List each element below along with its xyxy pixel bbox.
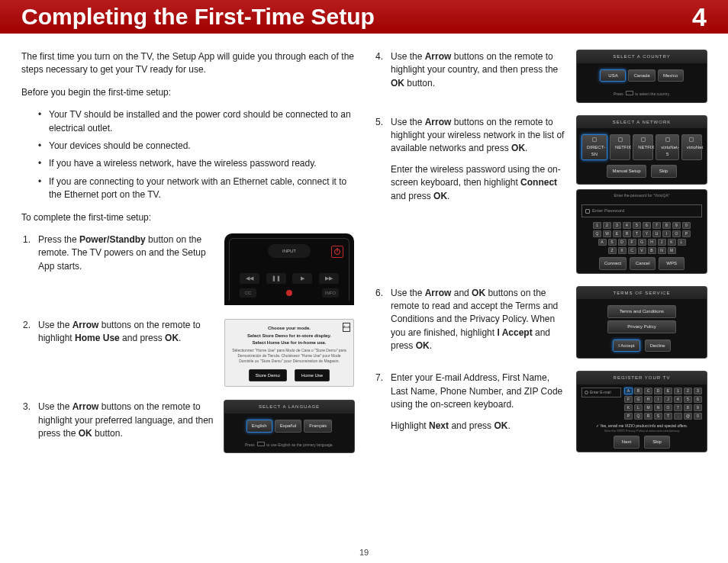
bold: Home Use [75, 333, 120, 343]
cc-button: CC [240, 288, 256, 298]
text: Use the [391, 51, 425, 62]
screen-title: SELECT A LANGUAGE [224, 401, 354, 413]
bold: OK [165, 333, 179, 343]
lock-icon [592, 137, 597, 142]
intro-paragraph: The first time you turn on the TV, the S… [21, 50, 354, 77]
chapter-number: 4 [692, 2, 707, 32]
text: Use the [391, 117, 425, 127]
rewind-icon: ◀◀ [240, 273, 259, 284]
keyboard-key: D [618, 239, 627, 246]
lock-icon [665, 137, 670, 142]
screen-title: REGISTER YOUR TV [577, 372, 707, 384]
bold: OK [79, 428, 92, 439]
bold: Arrow [425, 51, 452, 62]
step-4: Use the Arrow buttons on the remote to h… [374, 50, 707, 102]
bold: Arrow [425, 117, 452, 127]
prep-bullet: Your TV should be installed and the powe… [38, 108, 354, 135]
text: to select the country. [635, 92, 670, 96]
bold: I Accept [497, 327, 532, 338]
radio-icon [585, 391, 588, 394]
store-demo-button: Store Demo [249, 369, 287, 382]
option-canada: Canada [628, 69, 655, 82]
country-select-screenshot: SELECT A COUNTRY USA Canada Mexico Press… [577, 50, 707, 102]
keyboard-key: S [654, 413, 662, 420]
bold: OK [472, 288, 485, 298]
prep-bullets: Your TV should be installed and the powe… [38, 108, 354, 201]
text: Sélectionnez "Home Use" para Modo de Cas… [231, 348, 347, 365]
keyboard-key: 0 [682, 222, 691, 229]
right-column: Use the Arrow buttons on the remote to h… [374, 50, 707, 466]
bold: OK [433, 191, 447, 201]
keyboard-key: N [654, 404, 662, 411]
text: Press [245, 442, 256, 447]
keyboard-key: J [664, 396, 672, 403]
text: and press [391, 191, 433, 201]
keyboard-key: A [598, 239, 607, 246]
keyboard-key: L [634, 404, 643, 411]
play-icon: ▶ [292, 273, 312, 284]
keyboard-key: R [644, 413, 652, 420]
keyboard-key: K [624, 404, 633, 411]
keyboard-key: 4 [674, 396, 682, 403]
keyboard-key: P [624, 413, 633, 420]
keyboard-key: V [638, 247, 646, 254]
text: Use the [38, 320, 72, 330]
keyboard-key: U [652, 230, 661, 237]
text: and press [120, 333, 165, 343]
ok-icon [257, 442, 265, 446]
keyboard-key: D [654, 388, 662, 394]
option-francais: Français [304, 420, 332, 433]
text: . [447, 191, 449, 201]
network-option: vizioNet-5 [656, 134, 678, 160]
keyboard-key: 8 [684, 404, 692, 411]
keyboard-key: S [608, 239, 617, 246]
keyboard-key: H [648, 239, 656, 246]
bold: Next [429, 420, 449, 431]
remote-illustration: INPUT ◀◀ ❚❚ ▶ ▶▶ CC INFO [224, 233, 354, 305]
keyboard-key: 9 [694, 404, 702, 411]
email-field: Enter E-mail [590, 390, 611, 395]
accept-button: I Accept [613, 339, 639, 352]
keyboard-key: G [634, 396, 643, 403]
keyboard-key: 5 [684, 396, 692, 403]
text: . [179, 333, 181, 343]
text: and [451, 288, 472, 298]
wps-button: WPS [659, 257, 685, 270]
info-button: INFO [322, 288, 339, 298]
step-1: Press the Power/Standby button on the re… [21, 233, 354, 305]
keyboard-key: E [664, 388, 672, 394]
step-5: Use the Arrow buttons on the remote to h… [374, 116, 707, 273]
network-option: vizioNet [681, 134, 702, 160]
privacy-button: Privacy Policy [607, 320, 676, 333]
skip-button: Skip [651, 165, 677, 178]
input-button: INPUT [268, 244, 311, 258]
keyboard-key: R [623, 230, 631, 237]
keyboard-key: @ [684, 413, 692, 420]
text: and press [449, 420, 494, 431]
bold: Arrow [72, 401, 99, 412]
screen-title: SELECT A COUNTRY [577, 50, 707, 63]
keyboard-key: 6 [643, 222, 651, 229]
mode-select-screenshot: Mode Choose your mode. Select Store Demo… [224, 319, 354, 388]
complete-heading: To complete the first-time setup: [21, 211, 354, 224]
language-select-screenshot: SELECT A LANGUAGE English Español França… [224, 401, 354, 452]
keyboard-key: 2 [603, 222, 611, 229]
screen-title: TERMS OF SERVICE [577, 287, 707, 300]
text: Select Store Demo for in-store display. [231, 333, 347, 339]
page-number: 19 [0, 548, 728, 557]
keyboard-key: Z [608, 247, 617, 254]
keyboard-key: W [603, 230, 611, 237]
checkbox-label: Yes, email me VIZIO product info and spe… [600, 423, 688, 428]
network-option: NETFIX [633, 134, 653, 160]
lock-icon [641, 137, 646, 142]
text: button. [92, 428, 123, 439]
text: to use English as the primary language. [266, 442, 333, 447]
next-button: Next [614, 436, 639, 449]
record-icon [286, 290, 292, 296]
prep-bullet: If you are connecting to your network wi… [38, 175, 354, 202]
keyboard-key: 5 [633, 222, 641, 229]
power-button-highlight [331, 246, 343, 258]
text: Highlight [391, 420, 429, 431]
password-entry-screenshot: Enter the password for "VizioQA" Enter P… [577, 190, 707, 273]
screen-title: SELECT A NETWORK [577, 116, 707, 129]
